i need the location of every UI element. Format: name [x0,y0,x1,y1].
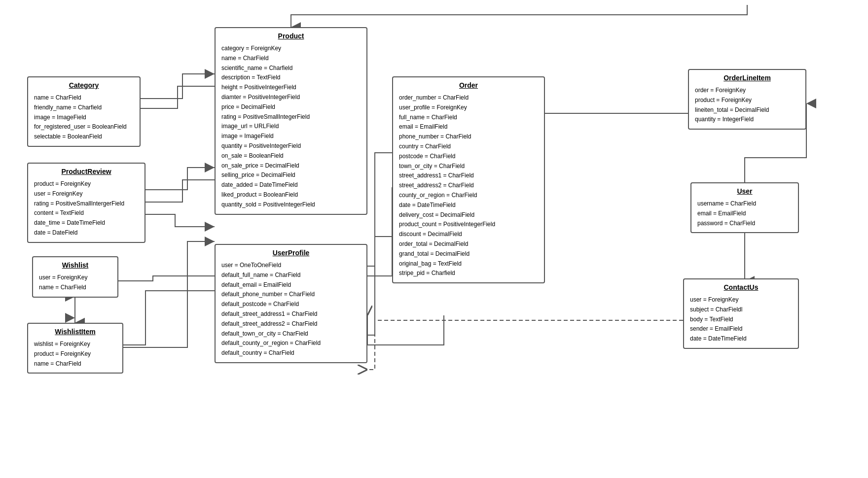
entity-order: Order order_number = CharField user_prof… [392,76,545,283]
entity-user: User username = CharField email = EmailF… [690,182,799,233]
userprofile-title: UserProfile [221,249,361,257]
orderlineitem-fields: order = ForeignKey product = ForeignKey … [695,86,799,125]
orderlineitem-title: OrderLineItem [695,74,799,82]
product-fields: category = ForeignKey name = CharField s… [221,44,361,210]
category-title: Category [34,81,134,89]
user-fields: username = CharField email = EmailField … [697,199,792,228]
entity-product: Product category = ForeignKey name = Cha… [215,27,367,215]
entity-category: Category name = CharField friendly_name … [27,76,141,147]
entity-contactus: ContactUs user = ForeignKey subject = Ch… [683,278,799,349]
productreview-title: ProductReview [34,168,139,175]
order-title: Order [399,81,538,89]
category-fields: name = CharField friendly_name = Charfie… [34,93,134,142]
entity-wishlistitem: WishlistItem wishlist = ForeignKey produ… [27,323,123,374]
wishlistitem-fields: wishlist = ForeignKey product = ForeignK… [34,340,116,369]
entity-orderlineitem: OrderLineItem order = ForeignKey product… [688,69,806,130]
user-title: User [697,187,792,195]
order-fields: order_number = CharField user_profile = … [399,93,538,278]
entity-wishlist: Wishlist user = ForeignKey name = CharFi… [32,256,118,298]
product-title: Product [221,32,361,40]
contactus-title: ContactUs [690,283,792,291]
userprofile-fields: user = OneToOneField default_full_name =… [221,261,361,358]
productreview-fields: product = ForeignKey user = ForeignKey r… [34,179,139,238]
entity-productreview: ProductReview product = ForeignKey user … [27,163,145,243]
diagram-container: Product category = ForeignKey name = Cha… [0,0,868,478]
entity-userprofile: UserProfile user = OneToOneField default… [215,244,367,363]
wishlist-title: Wishlist [39,261,111,269]
wishlist-fields: user = ForeignKey name = CharField [39,273,111,293]
contactus-fields: user = ForeignKey subject = CharFieldl b… [690,295,792,344]
wishlistitem-title: WishlistItem [34,328,116,336]
